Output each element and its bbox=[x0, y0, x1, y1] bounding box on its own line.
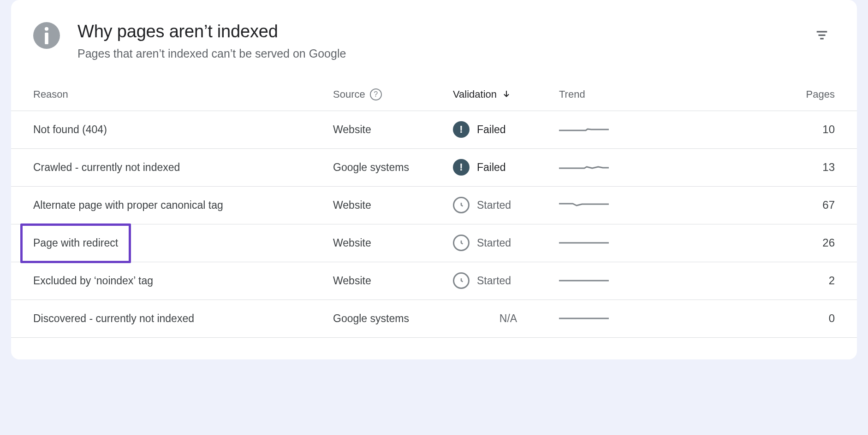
reason-cell: Alternate page with proper canonical tag bbox=[33, 199, 333, 212]
failed-icon bbox=[453, 121, 470, 138]
validation-status: Started bbox=[477, 275, 511, 287]
table-row[interactable]: Page with redirect Website Started 26 bbox=[11, 224, 857, 262]
validation-status: Started bbox=[477, 199, 511, 212]
trend-cell bbox=[559, 237, 647, 248]
source-cell: Google systems bbox=[333, 161, 453, 174]
validation-cell: Started bbox=[453, 197, 559, 213]
clock-icon bbox=[453, 197, 470, 213]
reason-cell: Discovered - currently not indexed bbox=[33, 312, 333, 325]
table-row[interactable]: Excluded by ‘noindex’ tag Website Starte… bbox=[11, 262, 857, 300]
indexing-reasons-card: Why pages aren’t indexed Pages that aren… bbox=[11, 0, 857, 359]
source-cell: Google systems bbox=[333, 312, 453, 325]
source-cell: Website bbox=[333, 199, 453, 212]
trend-cell bbox=[559, 313, 647, 324]
pages-cell: 13 bbox=[647, 161, 835, 174]
col-source[interactable]: Source ? bbox=[333, 88, 453, 100]
col-validation-label: Validation bbox=[453, 88, 497, 100]
pages-cell: 10 bbox=[647, 123, 835, 136]
reason-cell: Excluded by ‘noindex’ tag bbox=[33, 275, 333, 287]
filter-button[interactable] bbox=[813, 26, 831, 44]
col-reason[interactable]: Reason bbox=[33, 88, 333, 100]
validation-status: Failed bbox=[477, 161, 506, 174]
source-cell: Website bbox=[333, 237, 453, 249]
table-row[interactable]: Discovered - currently not indexed Googl… bbox=[11, 300, 857, 338]
table-row[interactable]: Not found (404) Website Failed 10 bbox=[11, 111, 857, 149]
col-validation[interactable]: Validation bbox=[453, 88, 559, 100]
trend-cell bbox=[559, 275, 647, 286]
reason-cell: Not found (404) bbox=[33, 123, 333, 136]
info-icon bbox=[33, 22, 60, 49]
source-cell: Website bbox=[333, 123, 453, 136]
svg-point-0 bbox=[45, 27, 48, 31]
table-header: Reason Source ? Validation Trend Pages bbox=[11, 79, 857, 111]
failed-icon bbox=[453, 159, 470, 176]
validation-cell: Started bbox=[453, 235, 559, 251]
pages-cell: 2 bbox=[647, 274, 835, 287]
validation-cell: Failed bbox=[453, 159, 559, 176]
filter-icon bbox=[815, 28, 829, 42]
table-body: Not found (404) Website Failed 10 Crawle… bbox=[11, 111, 857, 338]
pages-cell: 0 bbox=[647, 312, 835, 325]
clock-icon bbox=[453, 235, 470, 251]
validation-cell: Failed bbox=[453, 121, 559, 138]
validation-cell: Started bbox=[453, 272, 559, 289]
svg-rect-1 bbox=[45, 33, 48, 44]
card-header: Why pages aren’t indexed Pages that aren… bbox=[11, 22, 857, 79]
reason-cell: Page with redirect bbox=[33, 237, 333, 249]
trend-cell bbox=[559, 200, 647, 211]
pages-cell: 26 bbox=[647, 236, 835, 249]
clock-icon bbox=[453, 272, 470, 289]
header-text: Why pages aren’t indexed Pages that aren… bbox=[77, 22, 813, 60]
validation-status: Started bbox=[477, 237, 511, 249]
reasons-table: Reason Source ? Validation Trend Pages N… bbox=[11, 79, 857, 338]
validation-cell: N/A bbox=[453, 312, 559, 325]
trend-cell bbox=[559, 124, 647, 135]
pages-cell: 67 bbox=[647, 199, 835, 212]
reason-cell: Crawled - currently not indexed bbox=[33, 161, 333, 174]
col-source-label: Source bbox=[333, 88, 365, 100]
trend-cell bbox=[559, 162, 647, 173]
table-row[interactable]: Alternate page with proper canonical tag… bbox=[11, 187, 857, 224]
validation-status: N/A bbox=[453, 312, 559, 325]
card-subtitle: Pages that aren’t indexed can’t be serve… bbox=[77, 47, 813, 60]
arrow-down-icon bbox=[501, 89, 511, 100]
col-trend[interactable]: Trend bbox=[559, 88, 647, 100]
table-row[interactable]: Crawled - currently not indexed Google s… bbox=[11, 149, 857, 187]
source-cell: Website bbox=[333, 275, 453, 287]
help-icon[interactable]: ? bbox=[370, 88, 382, 100]
card-title: Why pages aren’t indexed bbox=[77, 22, 813, 41]
validation-status: Failed bbox=[477, 123, 506, 136]
col-pages[interactable]: Pages bbox=[647, 88, 835, 100]
